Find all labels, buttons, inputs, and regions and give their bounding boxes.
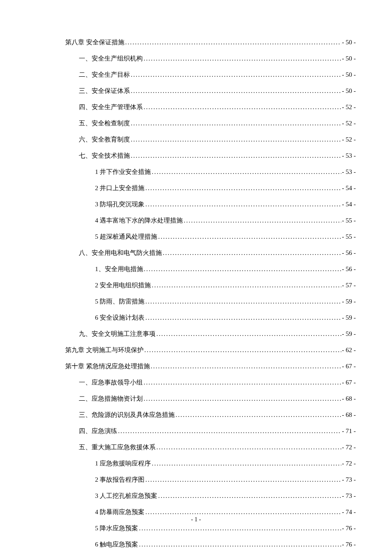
toc-page: - 68 - bbox=[342, 395, 356, 402]
toc-entry[interactable]: 五、安全检查制度- 52 - bbox=[36, 119, 356, 127]
toc-label: 2 安全用电组织措施 bbox=[95, 281, 151, 289]
toc-page: - 73 - bbox=[342, 492, 356, 500]
toc-entry[interactable]: 第十章 紧急情况应急处理措施- 67 - bbox=[36, 362, 356, 370]
toc-entry[interactable]: 2 事故报告程序图- 73 - bbox=[36, 476, 356, 484]
toc-page: - 72 - bbox=[342, 460, 356, 467]
toc-leader-dots bbox=[158, 233, 341, 240]
toc-page: - 53 - bbox=[342, 152, 356, 159]
toc-page: - 74 - bbox=[342, 509, 356, 516]
toc-label: 二、安全生产目标 bbox=[79, 71, 130, 79]
toc-label: 第九章 文明施工与环境保护 bbox=[65, 346, 144, 354]
toc-entry[interactable]: 6 触电应急预案- 76 - bbox=[36, 541, 356, 549]
toc-entry[interactable]: 九、安全文明施工注意事项- 59 - bbox=[36, 330, 356, 338]
toc-page: - 76 - bbox=[342, 525, 356, 532]
toc-label: 七、安全技术措施 bbox=[79, 152, 130, 160]
toc-entry[interactable]: 3 防塌孔突沉现象- 54 - bbox=[36, 200, 356, 208]
toc-label: 九、安全文明施工注意事项 bbox=[79, 330, 156, 338]
toc-page: - 67 - bbox=[342, 379, 356, 386]
table-of-contents: 第八章 安全保证措施- 50 -一、安全生产组织机构- 50 -二、安全生产目标… bbox=[36, 38, 356, 555]
toc-label: 4 防暴雨应急预案 bbox=[95, 508, 144, 516]
toc-leader-dots bbox=[158, 492, 341, 500]
toc-leader-dots bbox=[125, 39, 341, 46]
toc-entry[interactable]: 1 应急救援响应程序- 72 - bbox=[36, 460, 356, 468]
toc-leader-dots bbox=[118, 428, 341, 435]
page-number: - 1 - bbox=[0, 516, 392, 523]
toc-leader-dots bbox=[131, 152, 341, 159]
toc-page: - 59 - bbox=[342, 298, 356, 305]
toc-page: - 59 - bbox=[342, 330, 356, 338]
toc-label: 二、应急措施物资计划 bbox=[79, 395, 143, 403]
toc-label: 五、重大施工应急救援体系 bbox=[79, 443, 156, 451]
toc-label: 一、应急事故领导小组 bbox=[79, 379, 143, 387]
toc-label: 3 人工挖孔桩应急预案 bbox=[95, 492, 157, 500]
toc-leader-dots bbox=[131, 71, 341, 78]
toc-leader-dots bbox=[144, 104, 341, 111]
toc-page: - 50 - bbox=[342, 39, 356, 46]
toc-entry[interactable]: 第八章 安全保证措施- 50 - bbox=[36, 38, 356, 46]
toc-entry[interactable]: 一、安全生产组织机构- 50 - bbox=[36, 55, 356, 63]
toc-entry[interactable]: 6 安全设施计划表- 59 - bbox=[36, 314, 356, 322]
toc-entry[interactable]: 4 遇丰富地下水的降水处理措施- 55 - bbox=[36, 217, 356, 225]
toc-entry[interactable]: 1、安全用电措施- 56 - bbox=[36, 265, 356, 273]
toc-label: 2 井口上安全措施 bbox=[95, 184, 144, 192]
toc-page: - 55 - bbox=[342, 233, 356, 240]
toc-leader-dots bbox=[145, 201, 341, 208]
toc-leader-dots bbox=[152, 282, 341, 289]
toc-leader-dots bbox=[184, 217, 341, 224]
toc-leader-dots bbox=[156, 330, 341, 338]
toc-entry[interactable]: 四、应急演练- 71 - bbox=[36, 427, 356, 435]
toc-page: - 52 - bbox=[342, 136, 356, 143]
toc-entry[interactable]: 八、安全用电和电气防火措施- 56 - bbox=[36, 249, 356, 257]
toc-leader-dots bbox=[152, 460, 341, 467]
toc-leader-dots bbox=[131, 87, 341, 95]
toc-label: 3 防塌孔突沉现象 bbox=[95, 200, 144, 208]
toc-leader-dots bbox=[151, 363, 341, 370]
toc-entry[interactable]: 5 超深桩通风处理措施- 55 - bbox=[36, 233, 356, 241]
toc-entry[interactable]: 一、应急事故领导小组- 67 - bbox=[36, 379, 356, 387]
toc-label: 2 事故报告程序图 bbox=[95, 476, 144, 484]
toc-entry[interactable]: 第九章 文明施工与环境保护- 62 - bbox=[36, 346, 356, 354]
toc-entry[interactable]: 2 安全用电组织措施- 57 - bbox=[36, 281, 356, 289]
toc-entry[interactable]: 七、安全技术措施- 53 - bbox=[36, 152, 356, 160]
toc-page: - 50 - bbox=[342, 55, 356, 62]
toc-entry[interactable]: 三、安全保证体系- 50 - bbox=[36, 87, 356, 95]
toc-page: - 71 - bbox=[342, 428, 356, 435]
toc-page: - 72 - bbox=[342, 444, 356, 451]
toc-label: 6 安全设施计划表 bbox=[95, 314, 144, 322]
toc-leader-dots bbox=[145, 298, 341, 305]
toc-label: 5 防雨、防雷措施 bbox=[95, 298, 144, 306]
toc-entry[interactable]: 1 井下作业安全措施- 53 - bbox=[36, 168, 356, 176]
toc-label: 八、安全用电和电气防火措施 bbox=[79, 249, 162, 257]
toc-leader-dots bbox=[152, 168, 341, 176]
toc-entry[interactable]: 四、安全生产管理体系- 52 - bbox=[36, 103, 356, 111]
toc-label: 6 触电应急预案 bbox=[95, 541, 138, 549]
toc-entry[interactable]: 六、安全教育制度- 52 - bbox=[36, 136, 356, 144]
toc-label: 5 降水应急预案 bbox=[95, 524, 138, 532]
toc-leader-dots bbox=[163, 249, 341, 257]
toc-page: - 68 - bbox=[342, 411, 356, 419]
toc-page: - 52 - bbox=[342, 104, 356, 111]
toc-leader-dots bbox=[144, 379, 341, 386]
toc-entry[interactable]: 二、安全生产目标- 50 - bbox=[36, 71, 356, 79]
toc-page: - 62 - bbox=[342, 347, 356, 354]
toc-leader-dots bbox=[131, 120, 341, 127]
toc-entry[interactable]: 三、危险源的识别及具体应急措施- 68 - bbox=[36, 411, 356, 419]
toc-leader-dots bbox=[145, 185, 341, 192]
toc-entry[interactable]: 二、应急措施物资计划- 68 - bbox=[36, 395, 356, 403]
toc-label: 1 井下作业安全措施 bbox=[95, 168, 151, 176]
toc-leader-dots bbox=[144, 55, 341, 62]
toc-entry[interactable]: 3 人工挖孔桩应急预案- 73 - bbox=[36, 492, 356, 500]
toc-page: - 59 - bbox=[342, 314, 356, 321]
toc-page: - 55 - bbox=[342, 217, 356, 224]
toc-entry[interactable]: 5 防雨、防雷措施- 59 - bbox=[36, 298, 356, 306]
toc-page: - 53 - bbox=[342, 168, 356, 176]
toc-entry[interactable]: 五、重大施工应急救援体系- 72 - bbox=[36, 443, 356, 451]
toc-leader-dots bbox=[144, 347, 341, 354]
toc-page: - 56 - bbox=[342, 249, 356, 257]
toc-entry[interactable]: 5 降水应急预案- 76 - bbox=[36, 524, 356, 532]
toc-entry[interactable]: 2 井口上安全措施- 54 - bbox=[36, 184, 356, 192]
toc-entry[interactable]: 4 防暴雨应急预案- 74 - bbox=[36, 508, 356, 516]
toc-page: - 57 - bbox=[342, 282, 356, 289]
toc-page: - 73 - bbox=[342, 476, 356, 483]
toc-label: 1 应急救援响应程序 bbox=[95, 460, 151, 468]
